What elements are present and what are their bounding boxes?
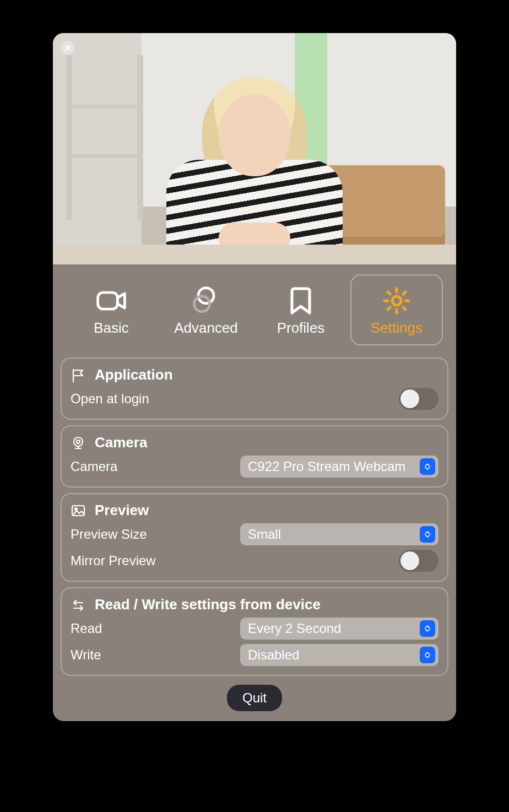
application-title: Application — [95, 366, 173, 383]
mirror-preview-label: Mirror Preview — [71, 553, 156, 569]
open-at-login-label: Open at login — [71, 391, 149, 407]
preview-size-select[interactable]: Small — [240, 523, 438, 545]
quit-button[interactable]: Quit — [227, 685, 282, 711]
svg-rect-0 — [98, 293, 118, 309]
transfer-icon — [71, 597, 86, 613]
svg-point-4 — [74, 437, 83, 446]
camera-section: Camera Camera C922 Pro Stream Webcam — [61, 425, 448, 488]
camera-select-value: C922 Pro Stream Webcam — [248, 459, 420, 474]
bookmark-icon — [284, 285, 317, 316]
tab-bar: Basic Advanced Profiles Settings — [53, 264, 456, 352]
read-label: Read — [71, 621, 102, 636]
close-icon — [64, 44, 72, 52]
svg-point-7 — [75, 508, 77, 510]
write-select[interactable]: Disabled — [240, 644, 438, 666]
tab-profiles-label: Profiles — [277, 320, 325, 337]
camera-icon — [95, 285, 128, 316]
write-label: Write — [71, 647, 101, 663]
webcam-icon — [71, 435, 86, 451]
tab-advanced[interactable]: Advanced — [161, 274, 251, 345]
select-stepper-icon — [420, 647, 435, 663]
application-section: Application Open at login — [61, 358, 448, 420]
readwrite-title: Read / Write settings from device — [95, 596, 321, 613]
read-select-value: Every 2 Second — [248, 621, 420, 636]
read-select[interactable]: Every 2 Second — [240, 618, 438, 640]
tab-profiles[interactable]: Profiles — [256, 274, 346, 345]
settings-window: Basic Advanced Profiles Settings A — [53, 33, 456, 721]
tab-settings[interactable]: Settings — [350, 274, 443, 345]
tab-settings-label: Settings — [371, 320, 423, 337]
preview-size-value: Small — [248, 527, 420, 542]
camera-select[interactable]: C922 Pro Stream Webcam — [240, 456, 438, 478]
image-icon — [71, 503, 86, 518]
preview-section: Preview Preview Size Small Mirror Previe… — [61, 493, 448, 582]
close-button[interactable] — [61, 41, 75, 55]
camera-title: Camera — [95, 434, 147, 451]
camera-preview — [53, 33, 456, 264]
svg-point-5 — [77, 440, 80, 443]
flag-icon — [71, 367, 86, 383]
select-stepper-icon — [420, 458, 435, 475]
select-stepper-icon — [420, 620, 435, 637]
preview-size-label: Preview Size — [71, 527, 147, 542]
tab-advanced-label: Advanced — [174, 320, 238, 337]
gear-icon — [380, 285, 413, 316]
mirror-preview-toggle[interactable] — [399, 550, 438, 572]
overlap-icon — [189, 285, 223, 316]
camera-label: Camera — [71, 459, 117, 474]
readwrite-section: Read / Write settings from device Read E… — [61, 587, 448, 676]
preview-title: Preview — [95, 502, 149, 519]
svg-point-3 — [392, 296, 401, 305]
write-select-value: Disabled — [248, 647, 420, 663]
open-at-login-toggle[interactable] — [399, 388, 438, 410]
tab-basic-label: Basic — [94, 320, 129, 337]
tab-basic[interactable]: Basic — [66, 274, 156, 345]
select-stepper-icon — [420, 526, 435, 543]
